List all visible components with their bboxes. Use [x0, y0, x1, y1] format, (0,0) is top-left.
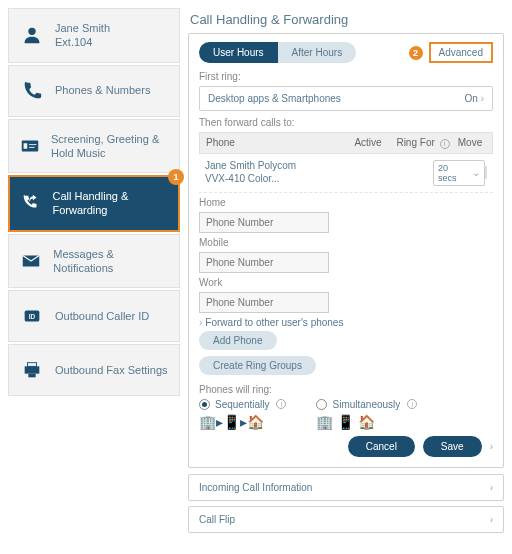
forward-other-toggle[interactable]: ›Forward to other user's phones: [199, 317, 493, 328]
sidebar-item-label: Phones & Numbers: [55, 83, 150, 97]
chevron-right-icon[interactable]: ›: [490, 441, 493, 452]
main-panel: Call Handling & Forwarding User Hours Af…: [188, 8, 504, 538]
phone-row-name: Jane Smith PolycomVVX-410 Color...: [205, 160, 433, 185]
tab-after-hours[interactable]: After Hours: [278, 42, 357, 63]
sidebar: Jane SmithExt.104 Phones & Numbers Scree…: [8, 8, 180, 538]
svg-rect-9: [28, 374, 35, 378]
hours-tabs: User Hours After Hours: [199, 42, 356, 63]
mobile-phone-input[interactable]: [199, 252, 329, 273]
user-icon: [19, 22, 45, 48]
step-badge-2: 2: [409, 46, 423, 60]
sidebar-item-messages[interactable]: Messages & Notifications: [8, 234, 180, 289]
panel-title: Call Handling & Forwarding: [188, 8, 504, 33]
svg-rect-7: [25, 367, 40, 374]
home-phone-group: Home: [199, 197, 493, 233]
step-badge-1: 1: [168, 169, 184, 185]
incoming-call-expander[interactable]: Incoming Call Information›: [188, 474, 504, 501]
info-icon: i: [440, 139, 450, 149]
home-phone-input[interactable]: [199, 212, 329, 233]
sidebar-item-label: Screening, Greeting & Hold Music: [51, 132, 169, 161]
id-icon: ID: [19, 303, 45, 329]
home-label: Home: [199, 197, 493, 208]
svg-point-0: [28, 28, 35, 35]
ring-sequential-option[interactable]: Sequentially i 🏢▸📱▸🏠: [199, 399, 286, 430]
create-ring-groups-button[interactable]: Create Ring Groups: [199, 356, 316, 375]
id-card-icon: [19, 133, 41, 159]
first-ring-value: Desktop apps & Smartphones: [208, 93, 341, 104]
fax-icon: [19, 357, 45, 383]
sidebar-item-call-handling[interactable]: 1 Call Handling & Forwarding: [8, 175, 180, 232]
first-ring-label: First ring:: [199, 71, 493, 82]
sidebar-item-phones[interactable]: Phones & Numbers: [8, 65, 180, 117]
col-move: Move: [454, 137, 486, 149]
chevron-right-icon: ›: [199, 317, 202, 328]
col-active: Active: [344, 137, 392, 149]
sidebar-item-label: Outbound Caller ID: [55, 309, 149, 323]
radio-sequential[interactable]: [199, 399, 210, 410]
mobile-label: Mobile: [199, 237, 493, 248]
cancel-button[interactable]: Cancel: [348, 436, 415, 457]
chevron-right-icon: ›: [490, 482, 493, 493]
work-phone-input[interactable]: [199, 292, 329, 313]
svg-text:ID: ID: [29, 313, 36, 320]
svg-rect-2: [24, 143, 28, 149]
tab-user-hours[interactable]: User Hours: [199, 42, 278, 63]
advanced-button[interactable]: Advanced: [429, 42, 493, 63]
svg-rect-4: [29, 147, 35, 148]
call-flip-expander[interactable]: Call Flip›: [188, 506, 504, 533]
sidebar-item-fax[interactable]: Outbound Fax Settings: [8, 344, 180, 396]
save-button[interactable]: Save: [423, 436, 482, 457]
sequential-glyph: 🏢▸📱▸🏠: [199, 414, 286, 430]
move-handle[interactable]: [485, 166, 487, 179]
chevron-right-icon: ›: [481, 93, 484, 104]
sidebar-item-caller-id[interactable]: ID Outbound Caller ID: [8, 290, 180, 342]
svg-rect-3: [29, 144, 36, 145]
first-ring-state: On ›: [465, 93, 484, 104]
mobile-phone-group: Mobile: [199, 237, 493, 273]
col-phone: Phone: [206, 137, 344, 149]
ring-simultaneous-option[interactable]: Simultaneously i 🏢 📱 🏠: [316, 399, 417, 430]
simultaneous-glyph: 🏢 📱 🏠: [316, 414, 417, 430]
work-label: Work: [199, 277, 493, 288]
chevron-down-icon: ⌄: [472, 167, 480, 178]
forward-label: Then forward calls to:: [199, 117, 493, 128]
phone-icon: [19, 78, 45, 104]
call-forward-icon: [20, 190, 42, 216]
sidebar-user-label: Jane SmithExt.104: [55, 21, 110, 50]
svg-rect-8: [27, 363, 36, 367]
sidebar-item-label: Messages & Notifications: [53, 247, 169, 276]
col-ring-for: Ring For i: [392, 137, 454, 149]
sidebar-item-user[interactable]: Jane SmithExt.104: [8, 8, 180, 63]
info-icon: i: [407, 399, 417, 409]
sidebar-item-label: Call Handling & Forwarding: [52, 189, 168, 218]
phones-will-ring-label: Phones will ring:: [199, 384, 493, 395]
ring-duration-select[interactable]: 20 secs⌄: [433, 160, 485, 186]
add-phone-button[interactable]: Add Phone: [199, 331, 277, 350]
phone-row: Jane Smith PolycomVVX-410 Color... 20 se…: [199, 154, 493, 193]
info-icon: i: [276, 399, 286, 409]
sidebar-item-screening[interactable]: Screening, Greeting & Hold Music: [8, 119, 180, 174]
envelope-icon: [19, 248, 43, 274]
first-ring-select[interactable]: Desktop apps & Smartphones On ›: [199, 86, 493, 111]
work-phone-group: Work: [199, 277, 493, 313]
forward-table-header: Phone Active Ring For i Move: [199, 132, 493, 154]
chevron-right-icon: ›: [490, 514, 493, 525]
radio-simultaneous[interactable]: [316, 399, 327, 410]
call-handling-panel: User Hours After Hours 2 Advanced First …: [188, 33, 504, 468]
sidebar-item-label: Outbound Fax Settings: [55, 363, 168, 377]
